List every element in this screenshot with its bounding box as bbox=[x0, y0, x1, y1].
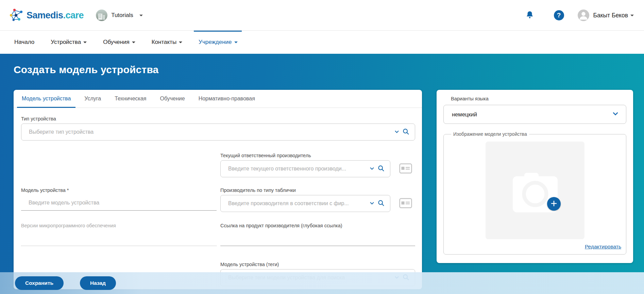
responsible-manufacturer-card-button[interactable] bbox=[399, 163, 412, 175]
language-select[interactable]: немецкий bbox=[443, 105, 626, 124]
brand-logo[interactable]: Samedis.care bbox=[10, 8, 84, 23]
tab-regulatory[interactable]: Нормативно-правовая bbox=[194, 90, 260, 108]
field-responsible-manufacturer: Текущий ответственный производитель bbox=[220, 153, 415, 177]
field-device-model: Модель устройства * bbox=[21, 187, 217, 212]
search-icon bbox=[377, 199, 385, 208]
nameplate-manufacturer-card-button[interactable] bbox=[399, 198, 412, 209]
device-image-fieldset: Изображение модели устройства bbox=[443, 131, 626, 255]
tab-technical[interactable]: Техническая bbox=[110, 90, 151, 108]
device-type-label: Тип устройства bbox=[21, 116, 415, 121]
tab-service[interactable]: Услуга bbox=[80, 90, 106, 108]
search-icon bbox=[377, 165, 385, 173]
chevron-down-icon bbox=[393, 128, 400, 136]
user-avatar-icon bbox=[578, 10, 589, 21]
samedis-network-icon bbox=[10, 8, 23, 23]
nav-item-label: Начало bbox=[14, 39, 34, 46]
product-link-label: Ссылка на продукт производителя (глубока… bbox=[220, 223, 415, 228]
nameplate-manufacturer-input[interactable] bbox=[228, 200, 368, 207]
chevron-down-icon bbox=[139, 15, 143, 16]
language-image-card: Варианты языка немецкий Изображение моде… bbox=[437, 90, 633, 263]
plus-icon bbox=[550, 200, 557, 208]
page-title: Создать модель устройства bbox=[14, 64, 644, 76]
firmware-versions-input bbox=[21, 230, 217, 246]
add-image-button[interactable] bbox=[547, 197, 561, 211]
device-type-search-button[interactable] bbox=[401, 127, 411, 137]
device-image-legend: Изображение модели устройства bbox=[451, 131, 529, 137]
user-menu[interactable]: Бакыт Беков bbox=[578, 10, 634, 21]
form-tabs: Модель устройства Услуга Техническая Обу… bbox=[14, 90, 422, 108]
brand-name: Samedis.care bbox=[27, 10, 84, 21]
field-product-link: Ссылка на продукт производителя (глубока… bbox=[220, 223, 415, 246]
nav-item-label: Устройства bbox=[51, 39, 81, 46]
device-image-placeholder bbox=[486, 142, 584, 239]
back-button[interactable]: Назад bbox=[80, 276, 116, 290]
app-header: Samedis.care Tutorials bbox=[0, 0, 644, 31]
tab-device-model[interactable]: Модель устройства bbox=[17, 90, 75, 108]
field-device-type: Тип устройства bbox=[21, 116, 415, 141]
responsible-manufacturer-input[interactable] bbox=[228, 166, 368, 172]
workspace-avatar bbox=[96, 10, 107, 21]
action-footer: Сохранить Назад bbox=[0, 272, 644, 294]
language-selected-value: немецкий bbox=[452, 111, 611, 118]
bell-icon bbox=[525, 11, 534, 20]
language-label: Варианты языка bbox=[451, 96, 626, 101]
product-link-input[interactable] bbox=[220, 230, 415, 246]
workspace-label: Tutorials bbox=[111, 12, 133, 19]
responsible-manufacturer-search-button[interactable] bbox=[376, 164, 386, 174]
nameplate-manufacturer-label: Производитель по типу таблички bbox=[220, 187, 415, 193]
chevron-down-icon bbox=[630, 15, 634, 16]
device-type-input[interactable] bbox=[29, 129, 392, 135]
responsible-manufacturer-label: Текущий ответственный производитель bbox=[220, 153, 415, 158]
device-tags-label: Модель устройства (теги) bbox=[220, 262, 415, 267]
field-firmware-versions: Версии микропрограммного обеспечения bbox=[21, 223, 217, 246]
nav-item-home[interactable]: Начало bbox=[14, 31, 34, 54]
field-nameplate-manufacturer: Производитель по типу таблички bbox=[220, 187, 415, 212]
help-button[interactable]: ? bbox=[554, 10, 564, 20]
device-model-form-card: Модель устройства Услуга Техническая Обу… bbox=[14, 90, 422, 289]
device-model-label: Модель устройства * bbox=[21, 187, 217, 193]
device-model-input[interactable] bbox=[21, 195, 217, 211]
workspace-selector[interactable]: Tutorials bbox=[96, 10, 143, 21]
nav-item-trainings[interactable]: Обучения bbox=[103, 31, 135, 54]
chevron-down-icon bbox=[369, 200, 375, 208]
nameplate-manufacturer-search-button[interactable] bbox=[376, 198, 386, 209]
tab-training[interactable]: Обучение bbox=[155, 90, 189, 108]
nav-item-contacts[interactable]: Контакты bbox=[152, 31, 182, 54]
nav-item-label: Учреждение bbox=[199, 39, 232, 46]
nav-item-label: Обучения bbox=[103, 39, 130, 46]
save-button[interactable]: Сохранить bbox=[15, 276, 64, 290]
search-icon bbox=[402, 128, 410, 136]
responsible-manufacturer-dropdown-button[interactable] bbox=[368, 164, 376, 174]
firmware-versions-label: Версии микропрограммного обеспечения bbox=[21, 223, 217, 228]
nav-item-devices[interactable]: Устройства bbox=[51, 31, 87, 54]
nav-item-label: Контакты bbox=[152, 39, 176, 46]
nameplate-manufacturer-dropdown-button[interactable] bbox=[368, 199, 376, 209]
edit-image-link[interactable]: Редактировать bbox=[448, 244, 621, 250]
contact-card-icon bbox=[399, 198, 412, 209]
page-background: Создать модель устройства Модель устройс… bbox=[0, 54, 644, 294]
help-icon: ? bbox=[554, 10, 564, 20]
chevron-down-icon bbox=[234, 42, 238, 43]
user-name: Бакыт Беков bbox=[593, 12, 628, 19]
chevron-down-icon bbox=[132, 42, 135, 43]
chevron-down-icon bbox=[179, 42, 182, 43]
main-nav: Начало Устройства Обучения Контакты Учре… bbox=[0, 31, 644, 54]
chevron-down-icon bbox=[369, 165, 375, 173]
device-type-dropdown-button[interactable] bbox=[392, 127, 401, 137]
chevron-down-icon bbox=[83, 42, 87, 43]
chevron-down-icon bbox=[611, 109, 620, 119]
nav-item-facility[interactable]: Учреждение bbox=[199, 31, 237, 54]
contact-card-icon bbox=[399, 163, 412, 175]
notifications-button[interactable] bbox=[525, 11, 534, 20]
